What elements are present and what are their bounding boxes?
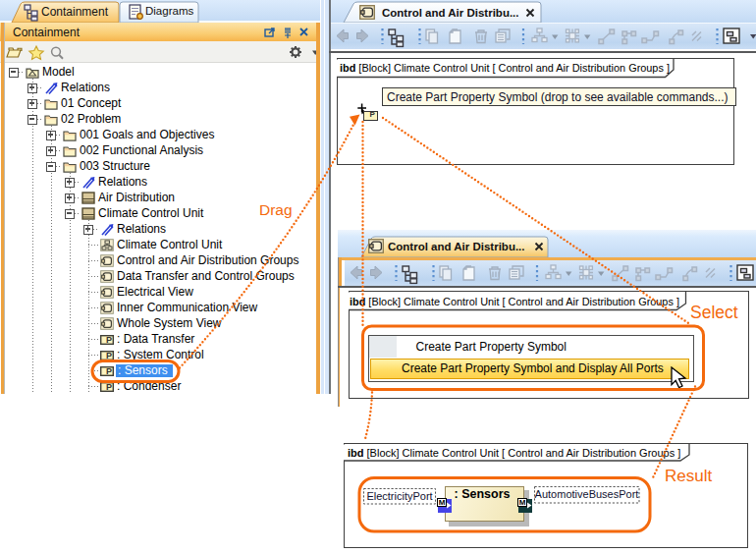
svg-text:P: P bbox=[106, 382, 112, 392]
svg-text:P: P bbox=[106, 366, 112, 376]
svg-text:P: P bbox=[106, 351, 112, 360]
svg-text:P: P bbox=[106, 335, 112, 345]
